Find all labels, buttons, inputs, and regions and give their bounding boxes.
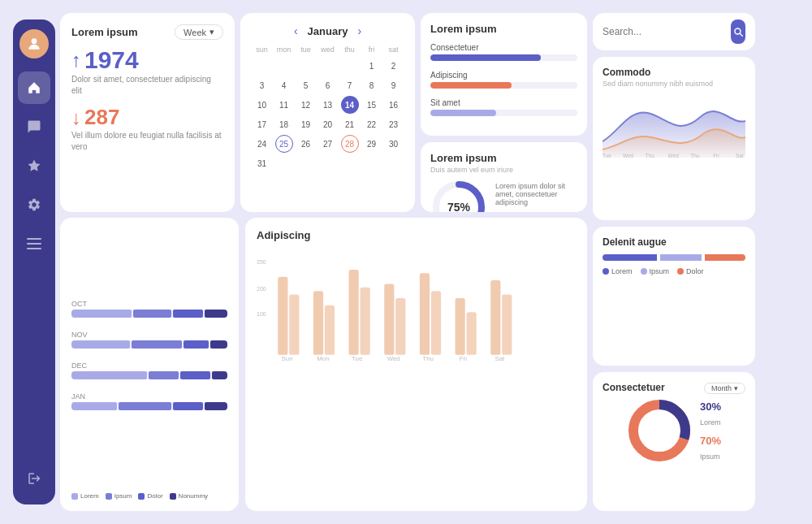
svg-rect-25 (395, 298, 405, 355)
logout-button[interactable] (18, 462, 50, 495)
svg-rect-3 (27, 248, 41, 249)
svg-text:Thu: Thu (690, 153, 699, 158)
consectetuer-donut-wrap: 30% Lorem 70% Ipsum (603, 398, 745, 463)
hbar-row: DEC (71, 362, 227, 379)
svg-text:Sat: Sat (736, 153, 744, 158)
delenit-legend: Lorem Ipsum Dolor (603, 267, 745, 275)
avatar[interactable] (19, 29, 49, 58)
search-box (593, 13, 755, 50)
svg-rect-18 (278, 277, 287, 355)
svg-point-0 (32, 38, 37, 44)
hbar-legend: Lorem Ipsum Dolor Nonummy (71, 492, 227, 500)
svg-text:Tue: Tue (352, 355, 363, 362)
svg-rect-24 (384, 284, 394, 354)
svg-rect-22 (349, 270, 359, 355)
consectetuer-donut (627, 398, 692, 463)
svg-text:Sun: Sun (282, 355, 293, 362)
svg-text:350: 350 (257, 259, 266, 265)
commodo-sub: Sed diam nonummy nibh euismod (603, 80, 745, 88)
commodo-title: Commodo (603, 67, 745, 78)
svg-text:Thu: Thu (646, 153, 654, 158)
stats-title: Lorem ipsum (71, 26, 138, 38)
bar-item: Adipiscing (430, 71, 577, 89)
main-content: Lorem ipsum Week ▾ ↑ 1974 Dolor sit amet… (55, 6, 806, 518)
delenit-bar-ipsum (660, 254, 701, 261)
cal-prev[interactable]: ‹ (294, 24, 298, 37)
svg-text:Thu: Thu (422, 355, 434, 362)
svg-rect-29 (467, 312, 477, 354)
bar-item: Consectetuer (430, 43, 577, 61)
stat-up-value: ↑ 1974 (71, 46, 223, 74)
adipiscing-title: Adipiscing (257, 229, 576, 241)
right-panel: Commodo Sed diam nonummy nibh euismod (593, 13, 755, 511)
svg-rect-26 (420, 273, 430, 354)
commodo-chart: Tue Wed Thu Wed Thu Fri Sat (603, 93, 745, 158)
chevron-icon: ▾ (209, 27, 214, 37)
sidebar-item-settings[interactable] (18, 188, 50, 221)
svg-rect-1 (27, 238, 41, 240)
sidebar-item-star[interactable] (18, 149, 50, 182)
svg-rect-23 (361, 288, 370, 355)
donut-subtitle: Duis autem vel eum iriure (430, 166, 577, 174)
svg-rect-2 (27, 243, 41, 245)
svg-rect-30 (490, 280, 500, 355)
sidebar (13, 19, 55, 505)
delenit-title: Delenit augue (603, 236, 745, 248)
donut-pct-text: 75% (447, 201, 471, 212)
bar-items: ConsectetuerAdipiscingSit amet (430, 43, 577, 116)
search-input[interactable] (603, 26, 724, 37)
col3-row1: Lorem ipsum ConsectetuerAdipiscingSit am… (421, 13, 587, 212)
donut-title: Lorem ipsum (430, 152, 577, 164)
delenit-card: Delenit augue Lorem Ipsum Dolor (593, 227, 755, 366)
hbar-row: OCT (71, 300, 227, 318)
down-arrow-icon: ↓ (71, 106, 81, 129)
svg-text:Sat: Sat (495, 355, 505, 362)
donut-label-pct2: 70% Ipsum (700, 433, 721, 462)
sidebar-item-menu[interactable] (18, 227, 50, 260)
lorem-bars-card: Lorem ipsum ConsectetuerAdipiscingSit am… (421, 13, 587, 136)
month-button[interactable]: Month ▾ (704, 383, 745, 394)
delenit-bar-dolor (705, 254, 745, 261)
adipiscing-chart: 350 200 100 (257, 248, 576, 370)
svg-text:Wed: Wed (387, 355, 400, 362)
svg-rect-28 (456, 298, 465, 355)
svg-rect-19 (289, 295, 299, 355)
cal-next[interactable]: › (357, 24, 361, 37)
lorem-donut-card: Lorem ipsum Duis autem vel eum iriure 75… (421, 142, 587, 212)
calendar-card: ‹ January › sunmontuewedthufrisat1234567… (240, 13, 415, 212)
calendar-grid: sunmontuewedthufrisat1234567891011121314… (252, 44, 404, 172)
chevron-icon: ▾ (734, 384, 738, 392)
svg-rect-31 (502, 295, 512, 355)
svg-text:Wed: Wed (668, 153, 679, 158)
hbar-row: NOV (71, 331, 227, 349)
svg-text:Tue: Tue (603, 153, 611, 158)
svg-rect-27 (431, 291, 441, 355)
bars-title: Lorem ipsum (430, 23, 577, 35)
week-button[interactable]: Week ▾ (175, 24, 223, 40)
bottom-row: OCTNOVDECJAN Lorem Ipsum Dolor Nonummy A… (60, 218, 587, 511)
search-icon (732, 26, 744, 37)
sidebar-item-chat[interactable] (18, 110, 50, 143)
bar-item: Sit amet (430, 98, 577, 116)
stat-desc2: Vel illum dolore eu feugiat nulla facili… (71, 130, 223, 153)
hbars-card: OCTNOVDECJAN Lorem Ipsum Dolor Nonummy (60, 218, 239, 511)
svg-rect-21 (325, 305, 335, 355)
cal-month: January (308, 25, 348, 37)
svg-text:200: 200 (257, 286, 266, 292)
search-button[interactable] (731, 19, 745, 44)
stat-down-value: ↓ 287 (71, 105, 223, 130)
donut-desc: Lorem ipsum dolor sit amet, consectetuer… (495, 182, 577, 206)
svg-rect-20 (313, 291, 323, 355)
stat-desc1: Dolor sit amet, consectetuer adipiscing … (71, 74, 223, 97)
consectetuer-card: Consectetuer Month ▾ 30% Lorem (593, 372, 755, 511)
svg-text:Fri: Fri (713, 153, 719, 158)
delenit-bar-lorem (603, 254, 657, 261)
consectetuer-title: Consectetuer (603, 382, 665, 393)
donut-label-pct1: 30% Lorem (700, 399, 721, 428)
adipiscing-card: Adipiscing 350 200 100 (245, 218, 587, 511)
svg-text:Wed: Wed (623, 153, 633, 158)
sidebar-item-home[interactable] (18, 71, 50, 104)
commodo-card: Commodo Sed diam nonummy nibh euismod (593, 57, 755, 220)
svg-text:Fri: Fri (460, 355, 467, 362)
hbar-row: JAN (71, 392, 227, 410)
